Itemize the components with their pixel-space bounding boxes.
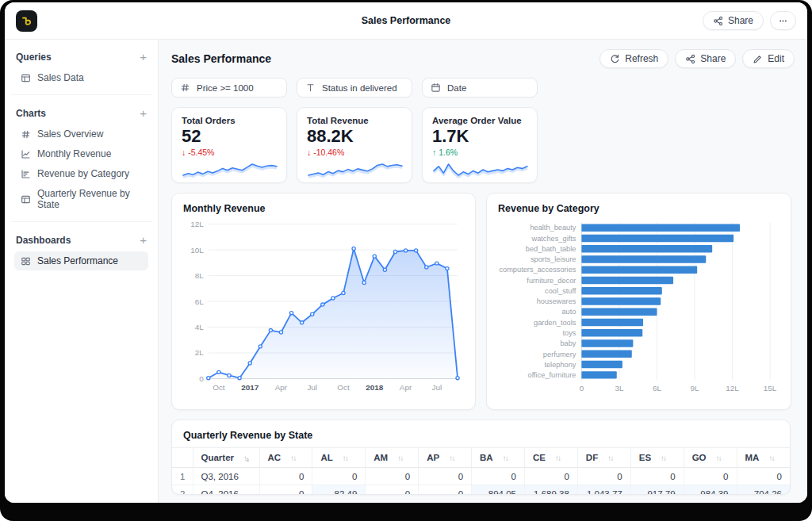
column-label: AM (373, 453, 388, 462)
sidebar-item-sales-performance[interactable]: Sales Performance (14, 251, 148, 270)
dashboard-icon (21, 256, 31, 266)
quarterly-revenue-table-card: Quarterly Revenue by State Quarter↑ₐAC↑↓… (171, 419, 791, 495)
table-wrap: Quarter↑ₐAC↑↓AL↑↓AM↑↓AP↑↓BA↑↓CE↑↓DF↑↓ES↑… (172, 447, 790, 495)
add-dashboards-button[interactable]: + (140, 236, 147, 244)
table-cell: 894.05 (472, 485, 525, 496)
topbar-more-button[interactable] (770, 11, 796, 30)
column-header-ce[interactable]: CE↑↓ (524, 448, 577, 468)
filter-chip-date[interactable]: Date (422, 78, 538, 98)
topbar-share-button[interactable]: Share (703, 11, 764, 30)
sidebar-item-revenue-by-category[interactable]: Revenue by Category (14, 164, 148, 183)
filter-bar: Price >= 1000Status in deliveredDate (171, 78, 795, 98)
table-cell: 1,689.38 (524, 485, 577, 496)
bar-chart-icon (21, 169, 31, 179)
svg-text:6L: 6L (653, 384, 662, 393)
table-title: Quarterly Revenue by State (183, 430, 790, 441)
table-cell: 0 (524, 468, 577, 485)
sidebar-item-label: Revenue by Category (37, 168, 129, 179)
sort-icon[interactable]: ↑↓ (716, 454, 722, 462)
window-title: Sales Performance (5, 15, 807, 26)
svg-text:telephony: telephony (544, 361, 576, 369)
svg-text:12L: 12L (726, 384, 739, 393)
table-cell: 0 (366, 485, 419, 496)
svg-text:cool_stuff: cool_stuff (545, 287, 576, 295)
sort-icon[interactable]: ↑↓ (661, 454, 666, 462)
row-number: 1 (172, 468, 193, 485)
column-header-es[interactable]: ES↑↓ (630, 448, 684, 468)
section-label: Charts (16, 108, 46, 119)
filter-label: Date (447, 83, 466, 93)
column-label: MA (745, 453, 760, 462)
column-label: Quarter (201, 453, 235, 462)
sort-icon[interactable]: ↑↓ (555, 454, 561, 462)
sidebar-item-monthly-revenue[interactable]: Monthly Revenue (14, 144, 148, 163)
sort-asc-icon[interactable]: ↑ₐ (243, 454, 247, 462)
sort-icon[interactable]: ↑↓ (397, 454, 403, 462)
more-icon (778, 16, 788, 26)
svg-text:baby: baby (560, 339, 576, 347)
topbar-actions: Share (703, 11, 796, 30)
column-label: AP (427, 453, 439, 462)
column-header-ap[interactable]: AP↑↓ (419, 448, 472, 468)
kpi-label: Total Orders (182, 116, 277, 125)
svg-text:2L: 2L (195, 348, 205, 357)
add-queries-button[interactable]: + (140, 53, 147, 61)
svg-text:office_furniture: office_furniture (528, 371, 576, 379)
sidebar-item-sales-overview[interactable]: Sales Overview (14, 125, 148, 144)
column-header-quarter[interactable]: Quarter↑ₐ (193, 448, 259, 468)
column-label: AL (320, 453, 332, 462)
filter-chip-status[interactable]: Status in delivered (297, 78, 412, 98)
sort-icon[interactable]: ↑↓ (607, 454, 613, 462)
sort-icon[interactable]: ↑↓ (503, 454, 508, 462)
hash-icon (21, 129, 31, 140)
sort-icon[interactable]: ↑↓ (768, 454, 774, 462)
column-header-df[interactable]: DF↑↓ (577, 448, 630, 468)
chart-title: Revenue by Category (498, 203, 781, 214)
section-label: Dashboards (16, 235, 71, 246)
svg-text:6L: 6L (195, 297, 205, 306)
kpi-label: Average Order Value (432, 116, 527, 125)
edit-icon (753, 54, 763, 64)
table-icon (21, 194, 31, 205)
column-label: GO (692, 453, 707, 462)
column-header-ac[interactable]: AC↑↓ (259, 448, 312, 468)
table-cell: 0 (312, 468, 366, 485)
button-label: Edit (768, 53, 784, 64)
add-charts-button[interactable]: + (140, 109, 147, 117)
share-icon (713, 16, 723, 26)
page-title: Sales Performance (171, 52, 271, 65)
table-cell: 0 (419, 485, 472, 496)
edit-button[interactable]: Edit (742, 49, 795, 68)
sort-icon[interactable]: ↑↓ (290, 454, 296, 462)
svg-text:12L: 12L (190, 220, 204, 228)
column-header-ma[interactable]: MA↑↓ (737, 448, 790, 468)
dashboard-header: Sales Performance RefreshShareEdit (171, 49, 795, 68)
sidebar-item-quarterly-revenue-by-state[interactable]: Quarterly Revenue by State (14, 184, 148, 214)
share-button[interactable]: Share (675, 49, 736, 68)
column-header-am[interactable]: AM↑↓ (366, 448, 419, 468)
sidebar-item-label: Sales Performance (37, 255, 118, 266)
column-header-ba[interactable]: BA↑↓ (472, 448, 525, 468)
table-cell: 0 (419, 468, 472, 485)
filter-chip-price[interactable]: Price >= 1000 (171, 78, 287, 98)
column-header-al[interactable]: AL↑↓ (312, 448, 366, 468)
sidebar-item-sales-data[interactable]: Sales Data (14, 68, 148, 87)
sidebar-item-label: Sales Data (37, 72, 84, 83)
button-label: Refresh (625, 53, 658, 64)
row-number-header (172, 448, 193, 468)
sort-icon[interactable]: ↑↓ (343, 454, 348, 462)
kpi-row: Total Orders52↓ -5.45%Total Revenue88.2K… (171, 107, 795, 183)
kpi-card-total-revenue: Total Revenue88.2K↓ -10.46% (297, 107, 412, 183)
column-header-go[interactable]: GO↑↓ (684, 448, 737, 468)
svg-text:perfumery: perfumery (543, 351, 576, 358)
sort-icon[interactable]: ↑↓ (449, 454, 454, 462)
svg-text:toys: toys (563, 329, 576, 337)
svg-text:watches_gifts: watches_gifts (530, 235, 576, 243)
column-label: CE (533, 453, 546, 462)
chart-title: Monthly Revenue (183, 203, 465, 214)
svg-text:0: 0 (199, 374, 204, 383)
share-icon (685, 54, 695, 64)
refresh-button[interactable]: Refresh (599, 49, 668, 68)
table-cell: 704.26 (737, 485, 790, 496)
line-chart-icon (21, 149, 31, 159)
